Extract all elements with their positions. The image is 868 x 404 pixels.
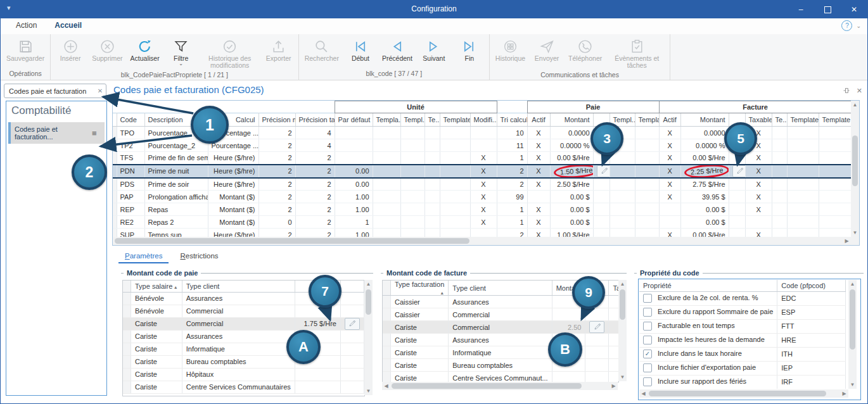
property-row-EDC[interactable]: Exclure de la 2e col. de renta. %EDC bbox=[639, 291, 846, 305]
close-button[interactable]: ✕ bbox=[841, 1, 867, 18]
column-header[interactable]: Templ... bbox=[400, 113, 424, 127]
montant-paie-row[interactable]: CaristeInformatique bbox=[123, 343, 364, 355]
nav-first-button[interactable]: Début bbox=[343, 37, 378, 63]
column-header[interactable]: Code bbox=[117, 113, 144, 127]
column-header[interactable] bbox=[340, 281, 364, 292]
montant-paie-row[interactable]: CaristeCentre Services Communautaires bbox=[123, 381, 364, 393]
minimize-button[interactable]: – bbox=[788, 1, 814, 18]
grid-cell: 2 bbox=[258, 139, 295, 152]
montant-facture-row[interactable]: CaissierCommercialX bbox=[383, 308, 619, 321]
property-checkbox[interactable] bbox=[643, 322, 652, 331]
column-header[interactable]: Template ... bbox=[787, 113, 819, 127]
column-header[interactable]: Propriété bbox=[639, 280, 777, 291]
menu-tab-action[interactable]: Action bbox=[7, 18, 46, 34]
chevron-down-icon[interactable]: ⌄ bbox=[179, 62, 183, 66]
column-header[interactable]: Par défaut bbox=[335, 113, 373, 127]
pin-icon[interactable] bbox=[843, 87, 850, 96]
column-header[interactable]: Modifi... bbox=[470, 113, 497, 127]
montant-paie-row[interactable]: CaristeBureau comptables bbox=[123, 355, 364, 368]
property-row-ITH[interactable]: ✓ Inclure dans le taux horaireITH bbox=[639, 347, 846, 361]
column-header[interactable]: Te... bbox=[772, 113, 787, 127]
montant-paie-row[interactable]: CaristeCommercial1.75 $/Hre bbox=[123, 317, 364, 330]
edit-pencil-button[interactable] bbox=[589, 321, 604, 333]
table-cell bbox=[340, 305, 364, 317]
column-header[interactable]: Code (pfpcod) bbox=[777, 280, 846, 291]
montant-facture-row[interactable]: CaristeCentre Services Communaut...X bbox=[383, 372, 619, 383]
column-header[interactable]: Taxable bbox=[609, 281, 619, 296]
column-header[interactable]: Montant bbox=[680, 113, 729, 127]
tab-restrictions[interactable]: Restrictions bbox=[174, 250, 224, 263]
grid-cell: X bbox=[659, 191, 680, 203]
band-header-paie: Paie bbox=[527, 101, 659, 113]
sidebar-item-codes-paie[interactable]: Codes paie et facturation...≡ bbox=[8, 122, 105, 144]
property-row-FTT[interactable]: Facturable en tout tempsFTT bbox=[639, 319, 846, 333]
montant-facture-row[interactable]: CaristeBureau comptablesX bbox=[383, 359, 619, 372]
property-row-ESP[interactable]: Exclure du rapport Sommaire de paieESP bbox=[639, 305, 846, 319]
nav-last-button[interactable]: Fin bbox=[452, 37, 487, 63]
grid-cell: Montant ($) bbox=[208, 216, 258, 229]
column-header[interactable]: Précision m... bbox=[258, 113, 295, 127]
property-row-IRF[interactable]: Inclure sur rapport des fériésIRF bbox=[639, 375, 846, 389]
nav-next-button[interactable]: Suivant bbox=[416, 37, 452, 63]
property-checkbox[interactable] bbox=[643, 336, 652, 344]
column-header[interactable]: Te... bbox=[424, 113, 440, 127]
property-label: Exclure de la 2e col. de renta. % bbox=[656, 294, 758, 301]
grid-row-PDN[interactable]: PDNPrime de nuitHeure ($/hre)220.00X2X1.… bbox=[113, 165, 851, 178]
grid-row-PAP[interactable]: PAPProlongation affichag...Montant ($)22… bbox=[113, 191, 851, 203]
chevron-down-icon[interactable]: ⌄ bbox=[856, 23, 861, 29]
facture-vscrollbar[interactable]: ▲ ▼ bbox=[618, 280, 627, 381]
grid-row-SUP[interactable]: SUPTemps supHeure ($/hre)221.002X1.00 $/… bbox=[113, 229, 851, 237]
property-checkbox[interactable] bbox=[643, 294, 652, 303]
props-vscrollbar[interactable]: ▲ ▼ bbox=[848, 280, 857, 389]
paie-vscrollbar[interactable]: ▲ ▼ bbox=[364, 280, 373, 395]
property-checkbox[interactable] bbox=[643, 363, 652, 372]
montant-facture-row[interactable]: CaristeAssurancesX bbox=[383, 334, 619, 346]
montant-facture-row[interactable]: CaristeInformatiqueX bbox=[383, 346, 619, 359]
maximize-button[interactable] bbox=[814, 1, 841, 18]
column-header[interactable]: Template F bbox=[819, 113, 851, 127]
column-header[interactable]: Templa... bbox=[373, 113, 400, 127]
property-row-HRE[interactable]: Impacte les heures de la demandeHRE bbox=[639, 333, 846, 347]
column-header[interactable]: Type salaire▲ bbox=[131, 281, 182, 292]
props-hscrollbar[interactable]: ◀ ▶ bbox=[639, 389, 848, 398]
refresh-button[interactable]: Actualiser bbox=[127, 37, 163, 63]
close-document-icon[interactable]: ✕ bbox=[857, 87, 862, 96]
edit-pencil-button[interactable] bbox=[732, 165, 746, 177]
montant-facture-row[interactable]: CaristeCommercial2.50✓ bbox=[383, 321, 619, 334]
column-header[interactable]: Précision taux bbox=[295, 113, 335, 127]
table-cell: X bbox=[609, 308, 619, 321]
grid-cell bbox=[440, 178, 470, 191]
filter-button[interactable]: Filtre⌄ bbox=[163, 37, 199, 67]
edit-pencil-button[interactable] bbox=[597, 165, 610, 177]
sidebar-search-input[interactable]: Codes paie et facturation ✕ bbox=[4, 84, 106, 98]
clear-search-icon[interactable]: ✕ bbox=[94, 87, 106, 94]
hamburger-icon[interactable]: ≡ bbox=[92, 129, 105, 138]
column-header[interactable]: Type client bbox=[449, 281, 552, 296]
column-header[interactable]: Actif bbox=[659, 113, 680, 127]
column-header[interactable]: Tri calcul bbox=[497, 113, 527, 127]
facture-hscrollbar[interactable]: ◀ ▶ bbox=[382, 382, 618, 390]
property-code: ESP bbox=[777, 305, 846, 319]
edit-pencil-button[interactable] bbox=[345, 318, 360, 330]
column-header[interactable]: Actif bbox=[527, 113, 550, 127]
grid-row-REP[interactable]: REPRepasMontant ($)221.00X1X0.00 $0.00 $… bbox=[113, 203, 851, 216]
property-checkbox[interactable] bbox=[643, 377, 652, 386]
grid-row-PDS[interactable]: PDSPrime de soirHeure ($/hre)220.00X2X2.… bbox=[113, 178, 851, 191]
nav-prev-button[interactable]: Précédent bbox=[378, 37, 416, 63]
column-header[interactable]: Montant bbox=[550, 113, 593, 127]
montant-paie-row[interactable]: CaristeAssurances bbox=[123, 330, 364, 343]
grid-hscrollbar[interactable]: ▶ bbox=[113, 237, 851, 245]
column-header[interactable]: Template ... bbox=[440, 113, 470, 127]
property-row-IEP[interactable]: Inclure fichier d'exportation paieIEP bbox=[639, 361, 846, 375]
grid-vscrollbar[interactable]: ▲ ▼ bbox=[851, 101, 859, 237]
help-icon[interactable]: ? bbox=[841, 20, 852, 31]
grid-row-RE2[interactable]: RE2Repas 2Montant ($)021X1X0.00 $0.00 $ bbox=[113, 216, 851, 229]
tab-paramètres[interactable]: Paramètres bbox=[118, 250, 169, 263]
property-checkbox[interactable] bbox=[643, 308, 652, 317]
column-header[interactable]: Templa... bbox=[635, 113, 659, 127]
column-header[interactable]: Type facturation▲ bbox=[391, 281, 449, 296]
montant-paie-row[interactable]: CaristeHôpitaux bbox=[123, 368, 364, 381]
menu-tab-accueil[interactable]: Accueil bbox=[46, 18, 91, 35]
column-header[interactable]: Type client bbox=[182, 281, 295, 292]
property-checkbox[interactable]: ✓ bbox=[643, 350, 652, 358]
